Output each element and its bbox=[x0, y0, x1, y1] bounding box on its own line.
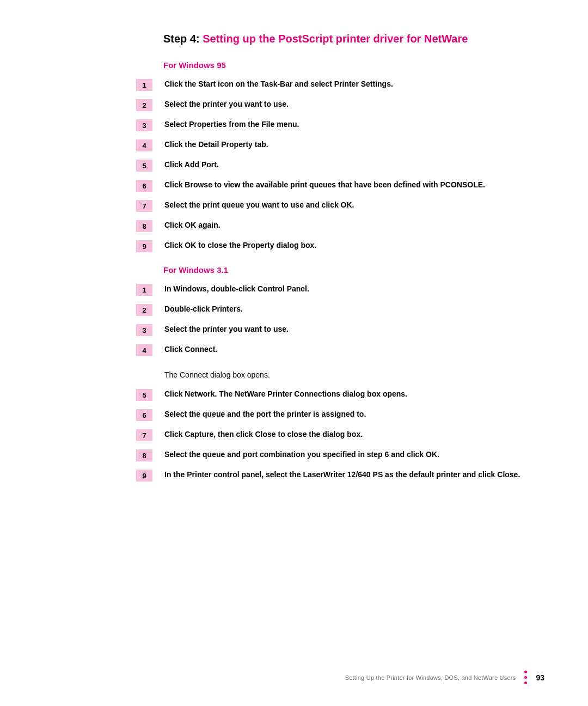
step-text: Click the Start icon on the Task-Bar and… bbox=[164, 78, 544, 90]
step-number: 5 bbox=[136, 389, 152, 401]
step-text: Select the queue and port combination yo… bbox=[164, 449, 544, 460]
steps-list-win31-cont: 5 Click Network. The NetWare Printer Con… bbox=[44, 388, 544, 482]
step-text: Click OK to close the Property dialog bo… bbox=[164, 240, 544, 251]
step-number: 5 bbox=[136, 160, 152, 172]
list-item: 7 Select the print queue you want to use… bbox=[44, 199, 544, 212]
step-number: 2 bbox=[136, 99, 152, 111]
footer-dot-3 bbox=[524, 681, 527, 684]
step-text: Double-click Printers. bbox=[164, 303, 544, 315]
list-item: 6 Select the queue and the port the prin… bbox=[44, 409, 544, 421]
step-number: 4 bbox=[136, 139, 152, 151]
list-item: 9 In the Printer control panel, select t… bbox=[44, 469, 544, 482]
steps-list-win31: 1 In Windows, double-click Control Panel… bbox=[44, 283, 544, 356]
steps-list-win95: 1 Click the Start icon on the Task-Bar a… bbox=[44, 78, 544, 252]
list-item: 8 Click OK again. bbox=[44, 220, 544, 232]
step-text: Select the queue and the port the printe… bbox=[164, 409, 544, 420]
list-item: 4 Click the Detail Property tab. bbox=[44, 139, 544, 151]
footer-dots-decoration bbox=[524, 671, 527, 684]
list-item: 5 Click Network. The NetWare Printer Con… bbox=[44, 388, 544, 401]
step-text: Select the printer you want to use. bbox=[164, 324, 544, 335]
title-colored: Setting up the PostScript printer driver… bbox=[203, 33, 468, 45]
step-number: 8 bbox=[136, 449, 152, 461]
list-item: 2 Double-click Printers. bbox=[44, 303, 544, 316]
footer-page-number: 93 bbox=[536, 673, 544, 682]
step-number: 9 bbox=[136, 470, 152, 482]
step-number: 3 bbox=[136, 119, 152, 131]
list-item: 7 Click Capture, then click Close to clo… bbox=[44, 429, 544, 441]
list-item: 6 Click Browse to view the available pri… bbox=[44, 179, 544, 192]
step-number: 1 bbox=[136, 284, 152, 296]
step-text: Click Browse to view the available print… bbox=[164, 179, 544, 191]
step-text: Select Properties from the File menu. bbox=[164, 119, 544, 130]
list-item: 3 Select Properties from the File menu. bbox=[44, 119, 544, 131]
step-text: Click the Detail Property tab. bbox=[164, 139, 544, 150]
footer-dot-1 bbox=[524, 671, 527, 673]
list-item: 4 Click Connect. bbox=[44, 344, 544, 356]
step-number: 7 bbox=[136, 429, 152, 441]
section-heading-win95: For Windows 95 bbox=[44, 60, 544, 70]
step-number: 4 bbox=[136, 344, 152, 356]
step-number: 6 bbox=[136, 409, 152, 421]
step-number: 1 bbox=[136, 79, 152, 91]
list-item: 8 Select the queue and port combination … bbox=[44, 449, 544, 461]
step-number: 2 bbox=[136, 304, 152, 316]
step-text: In Windows, double-click Control Panel. bbox=[164, 283, 544, 295]
step-number: 7 bbox=[136, 200, 152, 212]
note-text: The Connect dialog box opens. bbox=[44, 369, 544, 381]
page-footer: Setting Up the Printer for Windows, DOS,… bbox=[345, 671, 544, 684]
section-heading-win31: For Windows 3.1 bbox=[44, 265, 544, 275]
step-number: 6 bbox=[136, 180, 152, 192]
step-text: In the Printer control panel, select the… bbox=[164, 469, 544, 480]
page-title: Step 4: Setting up the PostScript printe… bbox=[44, 33, 544, 45]
step-text: Click Add Port. bbox=[164, 159, 544, 171]
step-text: Click Connect. bbox=[164, 344, 544, 355]
title-step: Step 4: bbox=[163, 33, 203, 45]
list-item: 5 Click Add Port. bbox=[44, 159, 544, 172]
step-text: Select the printer you want to use. bbox=[164, 99, 544, 110]
step-number: 8 bbox=[136, 220, 152, 232]
list-item: 1 Click the Start icon on the Task-Bar a… bbox=[44, 78, 544, 91]
footer-dot-2 bbox=[524, 676, 527, 679]
step-text: Click OK again. bbox=[164, 220, 544, 231]
step-text: Click Capture, then click Close to close… bbox=[164, 429, 544, 440]
section-win31: For Windows 3.1 1 In Windows, double-cli… bbox=[44, 265, 544, 482]
list-item: 9 Click OK to close the Property dialog … bbox=[44, 240, 544, 252]
step-text: Click Network. The NetWare Printer Conne… bbox=[164, 388, 544, 400]
footer-text: Setting Up the Printer for Windows, DOS,… bbox=[345, 674, 516, 681]
page: Step 4: Setting up the PostScript printe… bbox=[0, 0, 588, 706]
list-item: 3 Select the printer you want to use. bbox=[44, 324, 544, 336]
section-win95: For Windows 95 1 Click the Start icon on… bbox=[44, 60, 544, 252]
list-item: 1 In Windows, double-click Control Panel… bbox=[44, 283, 544, 296]
step-number: 9 bbox=[136, 240, 152, 252]
step-number: 3 bbox=[136, 324, 152, 336]
list-item: 2 Select the printer you want to use. bbox=[44, 99, 544, 111]
step-text: Select the print queue you want to use a… bbox=[164, 199, 544, 211]
